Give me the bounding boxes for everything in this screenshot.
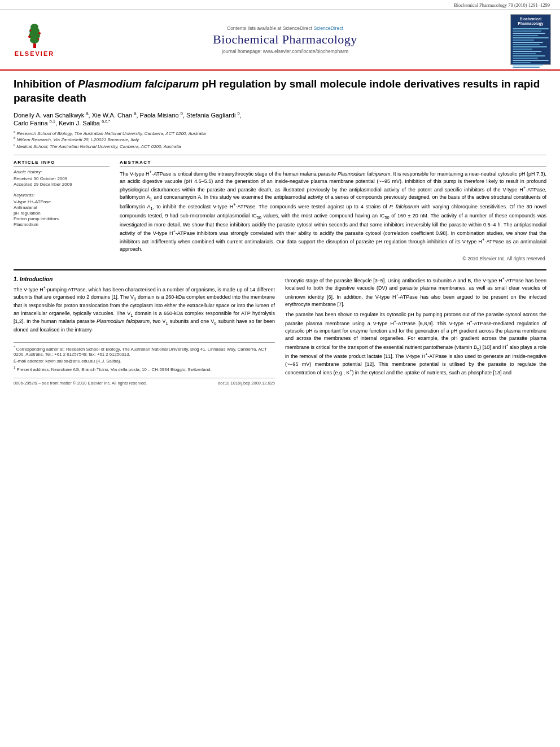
affiliations: a Research School of Biology, The Austra… [14, 130, 546, 149]
article-info-abstract-cols: Article Info Article history: Received 3… [14, 160, 546, 261]
journal-title: Biochemical Pharmacology [65, 32, 505, 47]
abstract-label: Abstract [120, 160, 546, 167]
article-history-label: Article history: [14, 169, 110, 174]
elsevier-logo: ELSEVIER [9, 22, 60, 57]
authors: Donelly A. van Schalkwyk a, Xie W.A. Cha… [14, 111, 546, 126]
footnotes-area: * Corresponding author at: Research Scho… [14, 342, 275, 373]
svg-point-4 [30, 24, 38, 30]
journal-homepage: journal homepage: www.elsevier.com/locat… [65, 49, 505, 54]
body-left-col: 1. Introduction The V-type H+-pumping AT… [14, 276, 275, 386]
copyright-notice: 0006-2952/$ – see front matter © 2010 El… [14, 381, 147, 386]
affiliation-a: a Research School of Biology, The Austra… [14, 130, 546, 136]
keyword-3: pH regulation [14, 211, 110, 216]
body-right-col: throcytic stage of the parasite lifecycl… [285, 276, 546, 386]
svg-point-6 [38, 32, 41, 34]
intro-paragraph-1-cont: throcytic stage of the parasite lifecycl… [285, 276, 546, 308]
article-info-col: Article Info Article history: Received 3… [14, 160, 110, 261]
svg-point-5 [28, 36, 30, 38]
doi: doi:10.1016/j.bcp.2009.12.025 [218, 381, 275, 386]
contents-available-line: Contents lists available at ScienceDirec… [65, 25, 505, 31]
affiliation-c: c Medical School, The Australian Nationa… [14, 143, 546, 149]
keyword-4: Proton pump inhibitors [14, 216, 110, 221]
svg-rect-0 [33, 43, 36, 48]
keyword-2: Antimalarial [14, 205, 110, 210]
keyword-1: V-type H+-ATPase [14, 199, 110, 204]
footnote-1: 1 Present address: Neurotune AG, Branch … [14, 366, 275, 373]
journal-citation: Biochemical Pharmacology 79 (2010) 1291–… [454, 2, 550, 8]
introduction-heading: 1. Introduction [14, 276, 275, 282]
svg-point-7 [29, 30, 31, 32]
svg-point-8 [37, 38, 39, 40]
footnote-corresponding: * Corresponding author at: Research Scho… [14, 346, 275, 358]
keywords-label: Keywords: [14, 193, 110, 198]
divider [14, 155, 546, 155]
sciencedirect-link[interactable]: ScienceDirect [314, 25, 343, 31]
abstract-text: The V-type H+-ATPase is critical during … [120, 169, 546, 253]
article-info-label: Article Info [14, 160, 110, 167]
elsevier-label: ELSEVIER [15, 50, 54, 57]
article-title: Inhibition of Plasmodium falciparum pH r… [14, 77, 546, 105]
received-date: Received 30 October 2009 [14, 176, 110, 181]
header-area: ELSEVIER Contents lists available at Sci… [0, 10, 560, 71]
journal-info-bar: Biochemical Pharmacology 79 (2010) 1291–… [0, 0, 560, 10]
keywords-section: Keywords: V-type H+-ATPase Antimalarial … [14, 193, 110, 227]
article-content: Inhibition of Plasmodium falciparum pH r… [0, 71, 560, 391]
page-wrapper: Biochemical Pharmacology 79 (2010) 1291–… [0, 0, 560, 391]
intro-paragraph-2: The parasite has been shown to regulate … [285, 311, 546, 377]
keyword-5: Plasmodium [14, 222, 110, 227]
header-center: Contents lists available at ScienceDirec… [65, 25, 505, 54]
abstract-col: Abstract The V-type H+-ATPase is critica… [120, 160, 546, 261]
affiliation-b: b NiKem Research, Via Zambeletti 25, I-2… [14, 136, 546, 142]
journal-cover-image: Biochemical Pharmacology [510, 14, 551, 65]
copyright-line: © 2010 Elsevier Inc. All rights reserved… [120, 256, 546, 261]
bottom-bar: 0006-2952/$ – see front matter © 2010 El… [14, 378, 275, 386]
elsevier-tree-icon [19, 22, 50, 49]
intro-paragraph-1: The V-type H+-pumping ATPase, which has … [14, 285, 275, 334]
accepted-date: Accepted 29 December 2009 [14, 182, 110, 187]
body-two-col: 1. Introduction The V-type H+-pumping AT… [14, 269, 546, 386]
footnote-email: E-mail address: kevin.saliba@anu.edu.au … [14, 359, 275, 364]
